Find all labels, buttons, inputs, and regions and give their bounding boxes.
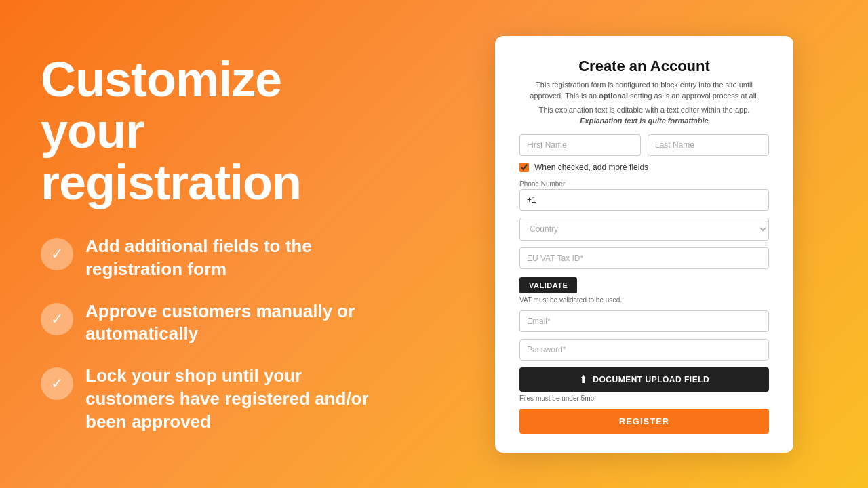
- left-panel: Customize your registration ✓ Add additi…: [0, 20, 420, 467]
- feature-list: ✓ Add additional fields to the registrat…: [41, 235, 380, 434]
- form-formattable: Explanation text is quite formattable: [519, 117, 769, 125]
- form-formattable-bold: formattable: [668, 117, 709, 125]
- checkbox-label: When checked, add more fields: [534, 163, 648, 172]
- first-name-input[interactable]: [519, 134, 641, 156]
- form-description: This registration form is configured to …: [519, 79, 769, 102]
- phone-label: Phone Number: [519, 180, 769, 188]
- phone-group: Phone Number: [519, 180, 769, 211]
- form-title: Create an Account: [519, 58, 769, 75]
- check-badge-3: ✓: [41, 367, 73, 400]
- form-card: Create an Account This registration form…: [495, 36, 793, 453]
- feature-text-3: Lock your shop until your customers have…: [85, 365, 380, 433]
- check-badge-1: ✓: [41, 238, 73, 270]
- check-badge-2: ✓: [41, 303, 73, 336]
- validate-button[interactable]: VALIDATE: [519, 277, 577, 293]
- check-icon-3: ✓: [51, 375, 63, 392]
- upload-label: DOCUMENT UPLOAD FIELD: [593, 375, 709, 384]
- headline: Customize your registration: [41, 54, 380, 208]
- email-input[interactable]: [519, 310, 769, 332]
- feature-item-2: ✓ Approve customers manually or automati…: [41, 300, 380, 346]
- check-icon-1: ✓: [51, 245, 63, 263]
- feature-text-1: Add additional fields to the registratio…: [85, 235, 380, 281]
- register-button[interactable]: REGISTER: [519, 409, 769, 434]
- files-note: Files must be under 5mb.: [519, 394, 769, 402]
- name-row: [519, 134, 769, 156]
- upload-icon: ⬆: [579, 374, 588, 385]
- form-desc-line1-end: setting as is an approval process at all…: [630, 92, 759, 100]
- password-input[interactable]: [519, 339, 769, 361]
- upload-button[interactable]: ⬆ DOCUMENT UPLOAD FIELD: [519, 367, 769, 392]
- feature-text-2: Approve customers manually or automatica…: [85, 300, 380, 346]
- check-icon-2: ✓: [51, 310, 63, 328]
- form-formattable-prefix: Explanation text is quite: [580, 117, 666, 125]
- vat-note: VAT must be validated to be used.: [519, 296, 769, 304]
- feature-item-1: ✓ Add additional fields to the registrat…: [41, 235, 380, 281]
- vat-row: [519, 247, 769, 273]
- phone-input[interactable]: [519, 189, 769, 211]
- feature-item-3: ✓ Lock your shop until your customers ha…: [41, 365, 380, 433]
- country-select[interactable]: Country: [519, 218, 769, 241]
- last-name-input[interactable]: [648, 134, 769, 156]
- checkbox-row: When checked, add more fields: [519, 163, 769, 172]
- right-panel: Create an Account This registration form…: [420, 22, 868, 466]
- form-editable-note: This explanation text is editable with a…: [519, 106, 769, 114]
- form-desc-optional: optional: [599, 92, 628, 100]
- extra-fields-checkbox[interactable]: [519, 163, 529, 172]
- vat-input[interactable]: [519, 247, 769, 269]
